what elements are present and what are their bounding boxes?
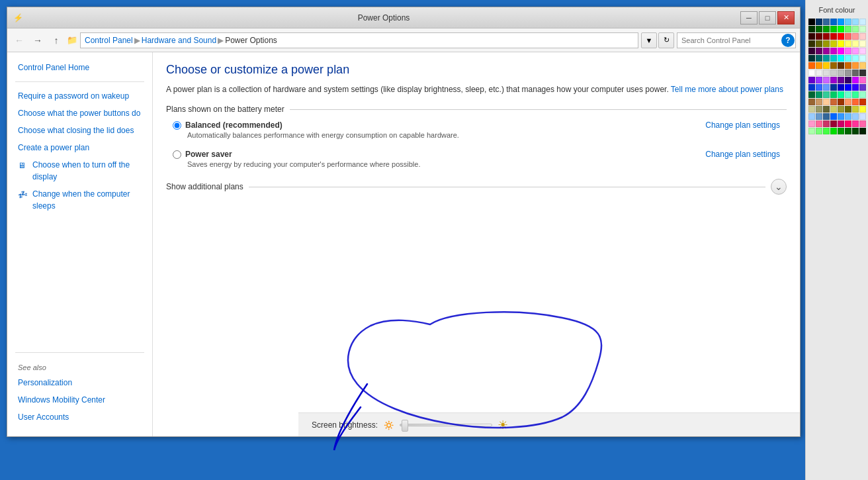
brightness-slider[interactable]: [400, 424, 492, 426]
search-input[interactable]: [681, 36, 779, 44]
colour-cell[interactable]: [808, 26, 815, 32]
up-button[interactable]: ↑: [48, 32, 64, 48]
colour-cell[interactable]: [830, 99, 837, 105]
colour-cell[interactable]: [823, 113, 830, 120]
colour-cell[interactable]: [816, 120, 822, 127]
colour-cell[interactable]: [859, 48, 866, 54]
colour-cell[interactable]: [808, 91, 815, 98]
colour-cell[interactable]: [838, 19, 844, 25]
colour-cell[interactable]: [838, 70, 844, 76]
plan-radio-balanced[interactable]: [173, 121, 181, 130]
colour-cell[interactable]: [808, 128, 815, 134]
colour-cell[interactable]: [838, 77, 844, 83]
colour-cell[interactable]: [845, 84, 851, 91]
colour-cell[interactable]: [845, 99, 851, 105]
path-controlpanel[interactable]: Control Panel: [85, 36, 133, 45]
colour-cell[interactable]: [808, 106, 815, 113]
colour-cell[interactable]: [859, 106, 866, 113]
sidebar-item-closing-lid[interactable]: Choose what closing the lid does: [7, 122, 152, 139]
colour-cell[interactable]: [845, 70, 851, 76]
colour-cell[interactable]: [838, 120, 844, 127]
colour-cell[interactable]: [816, 26, 822, 32]
colour-cell[interactable]: [859, 55, 866, 62]
colour-cell[interactable]: [859, 99, 866, 105]
colour-cell[interactable]: [830, 62, 837, 69]
colour-cell[interactable]: [859, 128, 866, 134]
colour-cell[interactable]: [859, 120, 866, 127]
colour-cell[interactable]: [838, 99, 844, 105]
plan-change-link-balanced[interactable]: Change plan settings: [705, 120, 780, 130]
colour-cell[interactable]: [838, 128, 844, 134]
forward-button[interactable]: →: [30, 32, 46, 48]
colour-cell[interactable]: [852, 19, 859, 25]
colour-cell[interactable]: [852, 70, 859, 76]
colour-cell[interactable]: [823, 70, 830, 76]
colour-cell[interactable]: [852, 99, 859, 105]
colour-cell[interactable]: [830, 40, 837, 47]
sidebar-item-create-plan[interactable]: Create a power plan: [7, 139, 152, 156]
colour-cell[interactable]: [845, 106, 851, 113]
sidebar-item-user-accounts[interactable]: User Accounts: [7, 408, 152, 426]
colour-cell[interactable]: [838, 91, 844, 98]
colour-cell[interactable]: [852, 62, 859, 69]
colour-cell[interactable]: [823, 55, 830, 62]
colour-cell[interactable]: [808, 70, 815, 76]
colour-cell[interactable]: [845, 77, 851, 83]
colour-cell[interactable]: [830, 26, 837, 32]
sidebar-item-home[interactable]: Control Panel Home: [7, 59, 152, 76]
colour-cell[interactable]: [838, 62, 844, 69]
colour-cell[interactable]: [838, 113, 844, 120]
colour-cell[interactable]: [859, 84, 866, 91]
colour-cell[interactable]: [830, 33, 837, 40]
colour-cell[interactable]: [859, 19, 866, 25]
colour-cell[interactable]: [830, 55, 837, 62]
colour-cell[interactable]: [816, 91, 822, 98]
colour-cell[interactable]: [845, 40, 851, 47]
colour-cell[interactable]: [823, 40, 830, 47]
colour-cell[interactable]: [830, 70, 837, 76]
colour-cell[interactable]: [816, 55, 822, 62]
colour-cell[interactable]: [852, 120, 859, 127]
colour-cell[interactable]: [852, 106, 859, 113]
colour-cell[interactable]: [859, 62, 866, 69]
colour-cell[interactable]: [859, 77, 866, 83]
maximize-button[interactable]: □: [759, 11, 776, 24]
colour-cell[interactable]: [808, 55, 815, 62]
expand-button[interactable]: ⌄: [771, 179, 787, 195]
brightness-thumb[interactable]: [402, 420, 408, 432]
colour-cell[interactable]: [852, 55, 859, 62]
path-hardware[interactable]: Hardware and Sound: [142, 36, 216, 45]
colour-cell[interactable]: [816, 106, 822, 113]
sidebar-item-require-password[interactable]: Require a password on wakeup: [7, 87, 152, 105]
colour-cell[interactable]: [845, 62, 851, 69]
colour-cell[interactable]: [838, 84, 844, 91]
back-button[interactable]: ←: [11, 32, 27, 48]
colour-cell[interactable]: [816, 77, 822, 83]
colour-cell[interactable]: [808, 113, 815, 120]
colour-cell[interactable]: [823, 62, 830, 69]
colour-cell[interactable]: [808, 84, 815, 91]
colour-cell[interactable]: [845, 19, 851, 25]
colour-cell[interactable]: [852, 84, 859, 91]
colour-cell[interactable]: [852, 26, 859, 32]
colour-cell[interactable]: [808, 62, 815, 69]
colour-cell[interactable]: [859, 91, 866, 98]
colour-cell[interactable]: [816, 113, 822, 120]
colour-cell[interactable]: [823, 48, 830, 54]
sidebar-item-turn-off-display[interactable]: 🖥 Choose when to turn off the display: [7, 156, 152, 185]
colour-cell[interactable]: [838, 26, 844, 32]
colour-cell[interactable]: [830, 48, 837, 54]
colour-cell[interactable]: [816, 62, 822, 69]
colour-cell[interactable]: [845, 91, 851, 98]
colour-cell[interactable]: [859, 33, 866, 40]
colour-cell[interactable]: [816, 40, 822, 47]
colour-cell[interactable]: [823, 120, 830, 127]
colour-cell[interactable]: [845, 128, 851, 134]
colour-cell[interactable]: [823, 91, 830, 98]
colour-cell[interactable]: [838, 106, 844, 113]
sidebar-item-personalization[interactable]: Personalization: [7, 374, 152, 391]
colour-cell[interactable]: [808, 77, 815, 83]
colour-cell[interactable]: [808, 19, 815, 25]
colour-cell[interactable]: [830, 120, 837, 127]
colour-cell[interactable]: [808, 48, 815, 54]
